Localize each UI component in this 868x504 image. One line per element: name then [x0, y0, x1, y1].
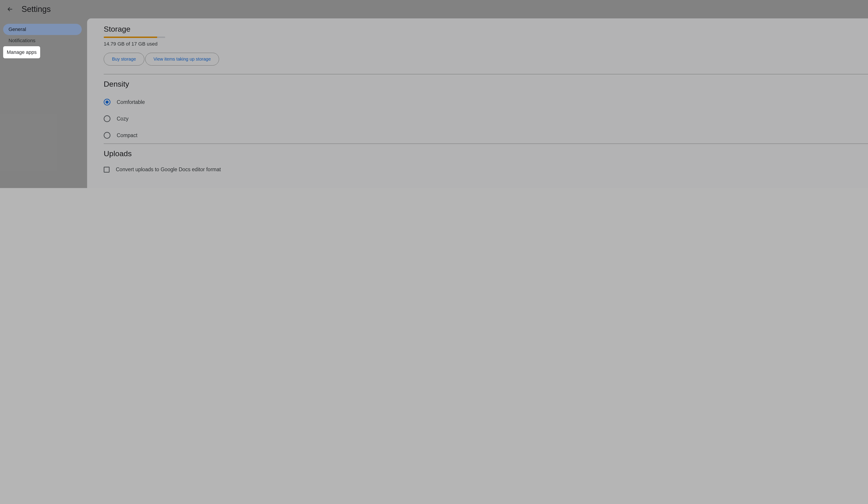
settings-header: Settings	[0, 0, 868, 18]
sidebar-item-label: Manage apps	[7, 49, 37, 55]
storage-section: Storage 14.79 GB of 17 GB used Buy stora…	[104, 25, 868, 74]
sidebar-item-general[interactable]: General	[3, 24, 82, 35]
storage-title: Storage	[104, 25, 868, 33]
radio-label: Cozy	[117, 116, 128, 122]
density-title: Density	[104, 80, 868, 88]
buy-storage-button[interactable]: Buy storage	[104, 53, 144, 65]
storage-buttons: Buy storage View items taking up storage	[104, 53, 868, 65]
sidebar-item-manage-apps[interactable]: Manage apps	[3, 46, 40, 58]
density-option-compact[interactable]: Compact	[104, 127, 868, 144]
sidebar: General Notifications Manage apps	[0, 18, 87, 188]
layout: General Notifications Manage apps Storag…	[0, 18, 868, 188]
density-option-comfortable[interactable]: Comfortable	[104, 94, 868, 111]
storage-usage-text: 14.79 GB of 17 GB used	[104, 41, 868, 47]
sidebar-item-label: Notifications	[9, 38, 35, 43]
checkbox-icon	[104, 167, 110, 172]
radio-label: Compact	[117, 133, 137, 138]
storage-progress-bar	[104, 36, 165, 38]
storage-progress-fill	[104, 36, 157, 38]
uploads-section: Uploads Convert uploads to Google Docs e…	[104, 144, 868, 178]
view-items-button[interactable]: View items taking up storage	[145, 53, 219, 65]
convert-uploads-checkbox-row[interactable]: Convert uploads to Google Docs editor fo…	[104, 161, 868, 178]
density-section: Density Comfortable Cozy Compact	[104, 74, 868, 144]
radio-icon	[104, 132, 111, 139]
uploads-title: Uploads	[104, 149, 868, 158]
radio-icon	[104, 115, 111, 122]
density-radio-group: Comfortable Cozy Compact	[104, 94, 868, 144]
density-option-cozy[interactable]: Cozy	[104, 111, 868, 127]
sidebar-item-notifications[interactable]: Notifications	[3, 35, 82, 46]
page-title: Settings	[22, 4, 51, 14]
radio-icon	[104, 99, 111, 105]
content-panel: Storage 14.79 GB of 17 GB used Buy stora…	[87, 18, 868, 188]
radio-label: Comfortable	[117, 99, 145, 105]
checkbox-label: Convert uploads to Google Docs editor fo…	[116, 167, 221, 172]
sidebar-item-label: General	[9, 27, 26, 32]
back-arrow-icon[interactable]	[7, 6, 13, 13]
